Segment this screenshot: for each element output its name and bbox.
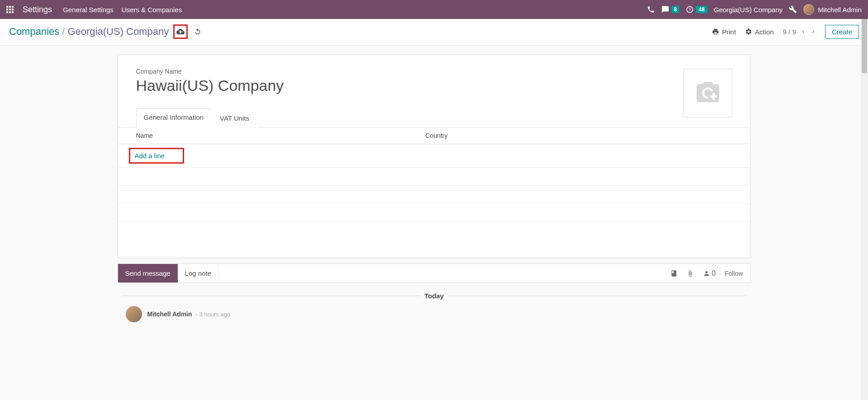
- book-icon[interactable]: [670, 270, 678, 277]
- tab-vat-units[interactable]: VAT Units: [211, 108, 258, 127]
- followers-count-label: 0: [711, 269, 716, 278]
- action-label: Action: [755, 28, 774, 36]
- app-name-label[interactable]: Settings: [23, 5, 52, 14]
- pager-next[interactable]: [811, 28, 816, 35]
- chatter-right: 0 Follow: [670, 269, 750, 278]
- activities-badge: 48: [696, 6, 707, 13]
- svg-rect-5: [12, 9, 14, 10]
- tab-general-information[interactable]: General Information: [136, 108, 212, 127]
- today-label: Today: [424, 292, 444, 300]
- apps-icon[interactable]: [6, 6, 14, 13]
- message-row: Mitchell Admin - 3 hours ago: [118, 304, 751, 324]
- messages-icon[interactable]: 8: [661, 5, 680, 14]
- scrollbar[interactable]: [861, 19, 868, 324]
- svg-rect-8: [12, 11, 14, 13]
- column-name: Name: [136, 132, 426, 139]
- followers-count[interactable]: 0: [703, 269, 716, 278]
- pager-value[interactable]: 9 / 9: [783, 28, 796, 36]
- breadcrumb: Companies / Georgia(US) Company: [9, 24, 205, 39]
- scrollbar-thumb[interactable]: [862, 19, 867, 73]
- navbar-right: 8 48 Georgia(US) Company Mitchell Admin: [647, 4, 862, 15]
- nav-users-companies[interactable]: Users & Companies: [122, 6, 182, 14]
- chatter: Send message Log note 0 Follow Today Mit…: [118, 264, 751, 324]
- navbar: Settings General Settings Users & Compan…: [0, 0, 868, 19]
- nav-general-settings[interactable]: General Settings: [63, 6, 114, 14]
- user-name-label: Mitchell Admin: [818, 6, 862, 14]
- svg-rect-2: [12, 6, 14, 8]
- table-row[interactable]: [118, 186, 750, 204]
- message-time: - 3 hours ago: [195, 311, 230, 318]
- control-right: Print Action 9 / 9 Create: [712, 25, 859, 39]
- company-switcher[interactable]: Georgia(US) Company: [714, 6, 783, 14]
- control-bar: Companies / Georgia(US) Company Print Ac…: [0, 19, 868, 46]
- svg-rect-0: [6, 6, 8, 8]
- tabs: General Information VAT Units: [118, 108, 750, 127]
- discard-button[interactable]: [190, 24, 205, 39]
- debug-icon[interactable]: [789, 5, 797, 14]
- log-note-button[interactable]: Log note: [178, 264, 219, 282]
- activities-icon[interactable]: 48: [686, 5, 707, 14]
- today-separator: Today: [118, 292, 751, 300]
- svg-rect-6: [6, 11, 8, 13]
- company-name-label: Company Name: [136, 68, 732, 75]
- breadcrumb-current: Georgia(US) Company: [67, 26, 169, 38]
- add-line-row: Add a line: [118, 144, 750, 168]
- chatter-topbar: Send message Log note 0 Follow: [118, 264, 751, 283]
- table-row[interactable]: [118, 168, 750, 186]
- image-upload-box[interactable]: [683, 69, 732, 118]
- create-button[interactable]: Create: [825, 25, 859, 39]
- company-name-input[interactable]: Hawaii(US) Company: [136, 77, 732, 94]
- table-head: Name Country: [118, 127, 750, 144]
- follow-button[interactable]: Follow: [725, 270, 743, 277]
- print-button[interactable]: Print: [712, 28, 736, 36]
- svg-rect-3: [6, 9, 8, 10]
- print-label: Print: [722, 28, 736, 36]
- voip-icon[interactable]: [647, 5, 655, 14]
- pager-prev[interactable]: [801, 28, 806, 35]
- main-area: Company Name Hawaii(US) Company General …: [0, 46, 868, 258]
- avatar-icon: [126, 306, 142, 322]
- form-sheet: Company Name Hawaii(US) Company General …: [118, 55, 751, 258]
- table-row[interactable]: [118, 204, 750, 222]
- add-a-line-button[interactable]: Add a line: [135, 152, 165, 160]
- send-message-button[interactable]: Send message: [118, 264, 178, 282]
- svg-rect-1: [9, 6, 11, 8]
- navbar-left: Settings General Settings Users & Compan…: [6, 5, 182, 14]
- pager: 9 / 9: [783, 28, 816, 36]
- breadcrumb-separator: /: [62, 26, 65, 38]
- avatar-icon: [803, 4, 814, 15]
- attachment-icon[interactable]: [687, 270, 694, 277]
- column-country: Country: [426, 132, 732, 139]
- messages-badge: 8: [671, 6, 680, 13]
- svg-rect-7: [9, 11, 11, 13]
- message-author[interactable]: Mitchell Admin: [147, 311, 192, 318]
- save-cloud-button[interactable]: [173, 24, 188, 39]
- user-menu[interactable]: Mitchell Admin: [803, 4, 862, 15]
- table-row[interactable]: [118, 222, 750, 240]
- svg-rect-4: [9, 9, 11, 10]
- action-button[interactable]: Action: [745, 28, 774, 36]
- breadcrumb-companies[interactable]: Companies: [9, 26, 59, 38]
